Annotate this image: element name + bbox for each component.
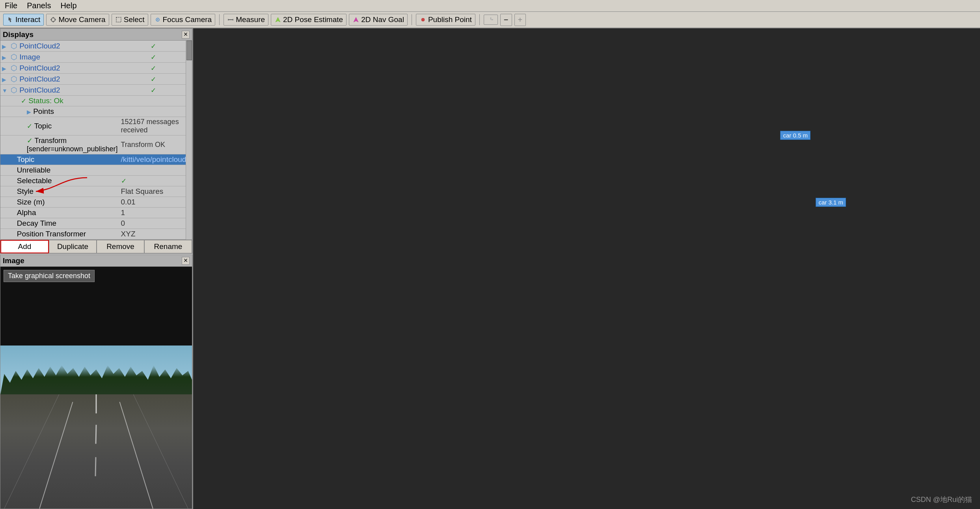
minus-icon: − <box>504 15 509 24</box>
displays-scrollbar[interactable] <box>186 41 192 240</box>
display-name: PointCloud2 <box>19 86 60 94</box>
position-value: XYZ <box>119 229 188 240</box>
measure-button[interactable]: Measure <box>224 14 268 26</box>
topic-label-row: Topic <box>34 122 52 130</box>
label-car-1: car 0.5 m <box>780 131 810 140</box>
road-surface <box>0 394 192 509</box>
plus-button[interactable]: + <box>514 14 526 26</box>
image-title: Image <box>3 256 24 265</box>
screenshot-button[interactable]: Take graphical screenshot <box>4 270 95 282</box>
add-button[interactable]: Add <box>0 240 49 253</box>
plus-icon: + <box>518 15 523 24</box>
select-button[interactable]: Select <box>112 14 148 26</box>
right-panel[interactable]: car 0.5 m car 3.1 m CSDN @地Rui的猫 <box>193 28 980 509</box>
nav-goal-label: 2D Nav Goal <box>361 15 404 24</box>
svg-point-13 <box>421 18 425 21</box>
separator-2 <box>412 14 412 25</box>
select-icon <box>115 16 122 23</box>
watermark: CSDN @地Rui的猫 <box>911 495 972 504</box>
nav-goal-icon <box>352 16 360 23</box>
label-car-2-text: car 3.1 m <box>818 199 843 206</box>
display-name: Image <box>19 53 40 61</box>
table-row[interactable]: Unreliable <box>0 165 188 176</box>
topic-messages: 152167 messages received <box>119 117 188 136</box>
table-row: ✓ Topic 152167 messages received <box>0 117 188 136</box>
pose-estimate-icon <box>274 16 281 23</box>
table-row-selected[interactable]: Topic /kitti/velo/pointcloud <box>0 154 188 165</box>
pose-estimate-button[interactable]: 2D Pose Estimate <box>271 14 347 26</box>
table-row[interactable]: ▼ ⬡ PointCloud2 ✓ <box>0 85 188 96</box>
position-label: Position Transformer <box>9 229 119 240</box>
decay-label: Decay Time <box>9 218 119 229</box>
table-row[interactable]: ▶ ⬡ PointCloud2 ✓ <box>0 74 188 85</box>
table-row[interactable]: Decay Time 0 <box>0 218 188 229</box>
minus-button[interactable]: − <box>500 14 512 26</box>
table-row: ✓ Transform [sender=unknown_publisher] T… <box>0 136 188 154</box>
remove-button[interactable]: Remove <box>97 240 144 253</box>
image-dark-area: Take graphical screenshot <box>0 267 192 346</box>
menu-help[interactable]: Help <box>59 0 78 11</box>
toolbar: Interact Move Camera Select <box>0 12 980 28</box>
table-row[interactable]: ▶ ⬡ PointCloud2 ✓ <box>0 41 188 52</box>
menubar: File Panels Help <box>0 0 980 12</box>
table-row[interactable]: ▶ ⬡ Image ✓ <box>0 52 188 63</box>
axes-button[interactable] <box>484 15 498 25</box>
watermark-text: CSDN @地Rui的猫 <box>911 496 972 503</box>
measure-icon <box>227 16 234 23</box>
label-car-1-text: car 0.5 m <box>783 132 808 139</box>
left-panel: Displays × ▶ ⬡ PointCloud2 ✓ <box>0 28 193 509</box>
focus-camera-icon <box>154 16 161 23</box>
svg-line-25 <box>120 402 153 509</box>
svg-rect-5 <box>116 17 121 22</box>
publish-point-label: Publish Point <box>428 15 472 24</box>
table-row[interactable]: Alpha 1 <box>0 208 188 218</box>
displays-list: ▶ ⬡ PointCloud2 ✓ ▶ ⬡ Im <box>0 41 192 240</box>
displays-table: ▶ ⬡ PointCloud2 ✓ ▶ ⬡ Im <box>0 41 188 240</box>
displays-panel-header: Displays × <box>0 29 192 41</box>
svg-line-20 <box>133 394 188 509</box>
displays-close-button[interactable]: × <box>182 31 190 39</box>
rename-button[interactable]: Rename <box>144 240 192 253</box>
nav-goal-button[interactable]: 2D Nav Goal <box>349 14 408 26</box>
label-car-2: car 3.1 m <box>816 198 846 207</box>
svg-line-22 <box>96 425 96 444</box>
focus-camera-button[interactable]: Focus Camera <box>151 14 216 26</box>
table-row[interactable]: ▶ ⬡ PointCloud2 ✓ <box>0 63 188 74</box>
menu-file[interactable]: File <box>3 0 19 11</box>
table-row[interactable]: Position Transformer XYZ <box>0 229 188 240</box>
publish-point-button[interactable]: Publish Point <box>416 14 475 26</box>
move-camera-button[interactable]: Move Camera <box>46 14 109 26</box>
svg-line-24 <box>39 402 73 509</box>
separator-1 <box>219 14 220 25</box>
trees <box>0 365 192 395</box>
focus-camera-label: Focus Camera <box>163 15 212 24</box>
table-row[interactable]: Style Flat Squares <box>0 186 188 197</box>
topic-field-value: /kitti/velo/pointcloud <box>119 154 188 165</box>
menu-panels[interactable]: Panels <box>25 0 52 11</box>
transform-label: ✓ Transform [sender=unknown_publisher] <box>9 136 119 154</box>
interact-label: Interact <box>15 15 40 24</box>
displays-title: Displays <box>3 30 34 39</box>
svg-marker-11 <box>276 17 280 22</box>
interact-button[interactable]: Interact <box>3 14 44 26</box>
selectable-value: ✓ <box>119 176 188 186</box>
svg-marker-16 <box>492 19 493 20</box>
interact-icon <box>7 16 14 23</box>
size-value: 0.01 <box>119 197 188 208</box>
size-label: Size (m) <box>9 197 119 208</box>
move-camera-label: Move Camera <box>58 15 105 24</box>
table-row: ▶ Points <box>0 106 188 117</box>
publish-point-icon <box>419 16 427 23</box>
alpha-label: Alpha <box>9 208 119 218</box>
displays-scrollbar-thumb[interactable] <box>186 41 192 60</box>
svg-marker-17 <box>490 17 492 19</box>
table-row[interactable]: Size (m) 0.01 <box>0 197 188 208</box>
style-value: Flat Squares <box>119 186 188 197</box>
duplicate-button[interactable]: Duplicate <box>49 240 97 253</box>
svg-marker-12 <box>354 17 358 22</box>
image-close-button[interactable]: × <box>182 257 190 265</box>
table-row[interactable]: Selectable ✓ <box>0 176 188 186</box>
display-name: PointCloud2 <box>19 42 60 50</box>
unreliable-label: Unreliable <box>9 165 119 176</box>
display-name: PointCloud2 <box>19 75 60 83</box>
